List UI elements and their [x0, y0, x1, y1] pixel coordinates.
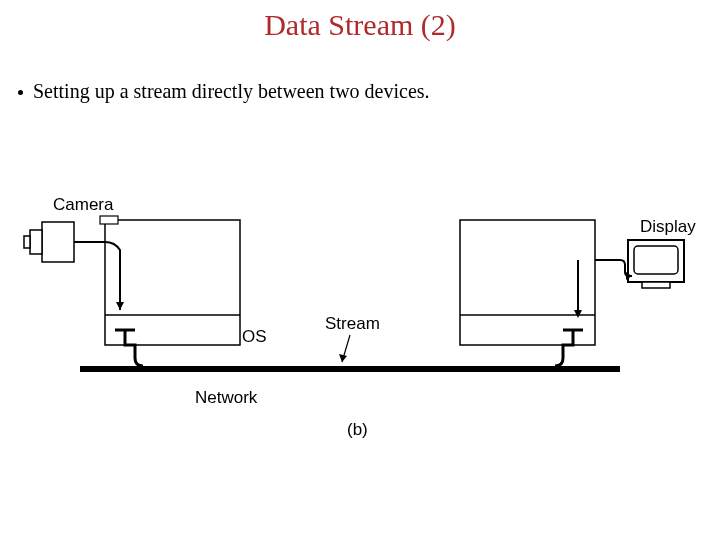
right-host-box — [460, 220, 595, 345]
display-icon — [628, 240, 684, 288]
camera-port — [100, 216, 118, 224]
svg-rect-0 — [42, 222, 74, 262]
svg-rect-1 — [30, 230, 42, 254]
bullet-item: Setting up a stream directly between two… — [18, 80, 430, 103]
svg-rect-4 — [634, 246, 678, 274]
network-backbone — [80, 366, 620, 372]
stream-arrowhead-icon — [339, 354, 347, 362]
camera-icon — [24, 222, 74, 262]
svg-rect-2 — [24, 236, 30, 248]
bullet-dot-icon — [18, 90, 23, 95]
diagram-svg — [20, 160, 700, 460]
bullet-text: Setting up a stream directly between two… — [33, 80, 430, 102]
left-host-box — [105, 220, 240, 345]
slide-title: Data Stream (2) — [0, 8, 720, 42]
svg-rect-5 — [642, 282, 670, 288]
